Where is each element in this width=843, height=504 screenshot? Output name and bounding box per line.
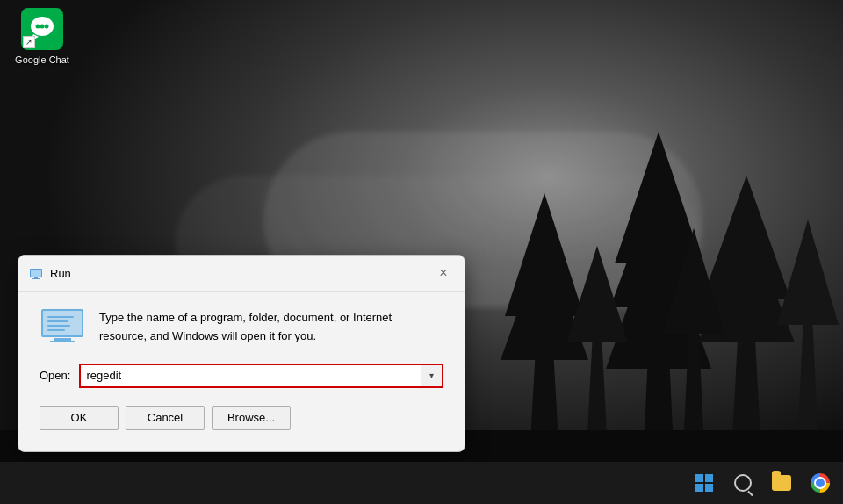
icon-image: ↗	[21, 8, 63, 50]
folder-icon	[772, 475, 791, 491]
dialog-buttons: OK Cancel Browse...	[40, 406, 443, 434]
svg-point-22	[36, 25, 40, 29]
ok-button[interactable]: OK	[40, 406, 119, 430]
svg-rect-36	[47, 316, 74, 318]
taskbar-file-explorer-button[interactable]	[766, 467, 797, 499]
dialog-title-left: Run	[29, 266, 71, 280]
chrome-icon	[811, 473, 830, 493]
svg-rect-38	[47, 325, 70, 327]
dialog-title-text: Run	[50, 267, 71, 280]
shortcut-arrow-icon: ↗	[23, 36, 35, 48]
svg-rect-30	[34, 277, 38, 278]
svg-rect-29	[31, 270, 41, 277]
svg-point-24	[45, 25, 49, 29]
dialog-titlebar: Run ×	[18, 256, 465, 292]
open-dropdown-button[interactable]: ▾	[421, 365, 442, 386]
browse-button[interactable]: Browse...	[212, 406, 291, 430]
svg-rect-39	[47, 329, 65, 331]
svg-rect-33	[43, 311, 82, 335]
taskbar-chrome-button[interactable]	[804, 467, 836, 499]
description-line1: Type the name of a program, folder, docu…	[99, 309, 392, 328]
svg-rect-31	[32, 278, 40, 279]
dialog-description-text: Type the name of a program, folder, docu…	[99, 309, 392, 346]
taskbar-start-button[interactable]	[688, 467, 720, 499]
open-label: Open:	[40, 369, 70, 382]
svg-rect-37	[47, 320, 68, 322]
windows-logo-icon	[695, 474, 713, 492]
search-icon	[734, 474, 752, 492]
desktop: ↗ Google Chat R	[0, 0, 843, 504]
svg-rect-35	[50, 341, 75, 342]
run-title-icon	[29, 266, 43, 280]
desktop-icon-label: Google Chat	[7, 54, 77, 66]
description-line2: resource, and Windows will open it for y…	[99, 328, 392, 346]
open-row: Open: ▾	[40, 364, 443, 388]
cancel-button[interactable]: Cancel	[126, 406, 205, 430]
taskbar-search-button[interactable]	[727, 467, 759, 499]
run-dialog: Run × Type t	[18, 255, 465, 452]
google-chat-desktop-icon[interactable]: ↗ Google Chat	[7, 8, 77, 66]
dialog-close-button[interactable]: ×	[433, 263, 454, 284]
dialog-description-row: Type the name of a program, folder, docu…	[40, 309, 443, 346]
open-input[interactable]	[81, 367, 421, 384]
run-monitor-icon	[40, 309, 85, 344]
open-input-wrapper: ▾	[79, 364, 443, 388]
dialog-body: Type the name of a program, folder, docu…	[18, 292, 465, 451]
taskbar	[0, 462, 843, 504]
svg-rect-34	[54, 338, 71, 341]
svg-point-23	[40, 25, 45, 29]
